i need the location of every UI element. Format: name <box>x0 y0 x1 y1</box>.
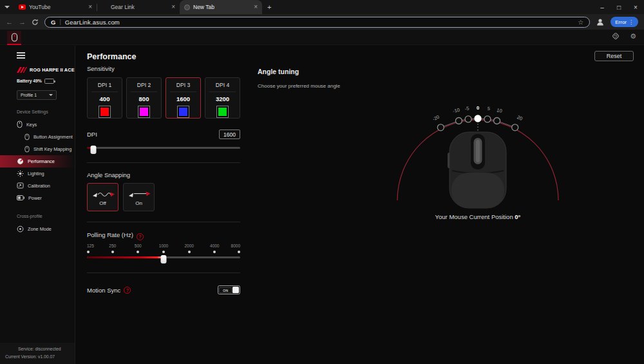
bookmark-star-icon[interactable]: ☆ <box>578 19 583 26</box>
tick-label: 250 <box>109 244 116 248</box>
dpi-color-swatch[interactable] <box>99 106 111 118</box>
tick-label: 2000 <box>185 244 194 248</box>
sidebar-item-calibration[interactable]: Calibration <box>0 180 75 192</box>
sidebar-item-keys[interactable]: Keys <box>0 119 75 131</box>
motion-sync-row: Motion Sync? ON <box>87 285 240 294</box>
sensitivity-label: Sensitivity <box>87 65 240 72</box>
chevron-down-icon <box>5 6 10 8</box>
profile-avatar-icon[interactable] <box>596 17 605 26</box>
option-label: On <box>135 200 142 206</box>
angle-node--10[interactable] <box>455 118 462 124</box>
angle-tuning-subtitle: Choose your preferred mouse angle <box>258 83 340 89</box>
toggle-knob <box>232 287 239 293</box>
angle-snapping-on[interactable]: On <box>123 183 155 211</box>
sidebar-item-button-assignment[interactable]: Button Assignment <box>0 131 75 143</box>
angle-node-0-selected[interactable] <box>475 115 481 122</box>
angle-node-20[interactable] <box>512 124 518 131</box>
reload-icon[interactable] <box>32 19 39 26</box>
slider-track[interactable] <box>87 147 240 149</box>
polling-slider-track-area[interactable] <box>87 254 240 265</box>
motion-sync-toggle[interactable]: ON <box>218 285 240 294</box>
polling-rate-slider[interactable]: 125 250 500 1000 2000 4000 8000 <box>87 244 240 265</box>
address-separator: | <box>59 19 61 25</box>
device-name: ROG HARPE II ACE <box>30 67 75 73</box>
angle-node--20[interactable] <box>437 124 444 131</box>
angle-node-5[interactable] <box>484 116 491 122</box>
browser-error-button[interactable]: Error ⋮ <box>611 17 638 27</box>
dpi-color-swatch[interactable] <box>216 106 229 118</box>
dpi-stage-label: DPI 3 <box>166 82 200 88</box>
tab-youtube[interactable]: YouTube × <box>14 0 97 14</box>
sidebar-item-performance[interactable]: Performance <box>0 155 75 168</box>
tab-new-tab[interactable]: New Tab × <box>180 0 262 14</box>
option-label: Off <box>99 200 106 206</box>
dpi-slider-thumb[interactable] <box>90 146 96 154</box>
tick-label: 20 <box>516 114 524 122</box>
angle-tuning-title: Angle tuning <box>258 68 340 75</box>
wavy-path-icon <box>91 189 115 198</box>
sidebar-item-lighting[interactable]: Lighting <box>0 168 75 180</box>
address-bar[interactable]: G | GearLink.asus.com ☆ <box>44 17 590 28</box>
tick-label: 5 <box>487 106 490 111</box>
polling-tick-dots <box>87 249 240 254</box>
help-icon[interactable]: ? <box>124 287 131 294</box>
dpi-stage-label: DPI 4 <box>205 82 240 88</box>
polling-slider-thumb[interactable] <box>161 255 167 263</box>
motion-sync-label: Motion Sync <box>87 287 120 294</box>
dpi-stage-2[interactable]: DPI 2 800 <box>126 77 162 119</box>
close-icon[interactable]: × <box>171 4 175 10</box>
dpi-stage-3[interactable]: DPI 3 1600 <box>166 77 201 119</box>
section-device-settings: Device Settings <box>17 110 75 114</box>
dpi-slider[interactable] <box>87 145 240 154</box>
dpi-stage-value: 800 <box>127 95 161 102</box>
close-icon[interactable]: × <box>88 4 92 10</box>
sidebar-item-label: Power <box>28 195 42 201</box>
tick-label: 1000 <box>159 244 168 248</box>
tick-label: -10 <box>452 107 460 114</box>
caption-text: Your Mouse Current Position <box>435 213 513 220</box>
profile-select[interactable]: Profile 1 <box>17 90 57 100</box>
dpi-value-box[interactable]: 1600 <box>219 129 240 139</box>
mouse-icon <box>24 133 30 140</box>
mouse-top-view <box>448 132 506 208</box>
tab-gear-link[interactable]: Gear Link × <box>97 0 180 14</box>
dpi-stage-1[interactable]: DPI 1 400 <box>87 77 122 119</box>
dpi-stage-cards: DPI 1 400 DPI 2 800 DPI 3 1600 <box>87 77 240 119</box>
dpi-stage-value: 1600 <box>166 95 200 102</box>
dpi-color-swatch[interactable] <box>138 106 150 118</box>
angle-gauge: -20 -10 -5 0 5 10 20 <box>355 97 600 220</box>
divider <box>87 222 240 222</box>
sidebar-item-shift-key-mapping[interactable]: Shift Key Mapping <box>0 143 75 155</box>
help-icon[interactable]: ? <box>137 233 144 240</box>
angle-snapping-label: Angle Snapping <box>87 171 240 178</box>
angle-node-10[interactable] <box>494 118 500 124</box>
back-icon[interactable]: ← <box>6 19 13 26</box>
sync-icon[interactable] <box>612 32 620 40</box>
tick-label: 8000 <box>231 244 240 248</box>
tab-search-button[interactable] <box>0 0 14 14</box>
reset-button[interactable]: Reset <box>594 51 634 61</box>
gearlink-header: ⚙ <box>0 30 644 45</box>
close-icon[interactable]: × <box>254 4 258 10</box>
dpi-stage-value: 3200 <box>205 95 240 102</box>
speedometer-icon <box>17 158 24 165</box>
maximize-button[interactable]: □ <box>611 1 627 14</box>
angle-snapping-options: Off On <box>87 183 240 211</box>
minimize-button[interactable]: – <box>594 1 611 14</box>
forward-icon[interactable]: → <box>19 19 26 26</box>
new-tab-button[interactable]: + <box>262 3 276 11</box>
device-tab-mouse[interactable] <box>7 31 21 45</box>
sidebar-item-zone-mode[interactable]: Zone Mode <box>0 223 75 235</box>
angle-snapping-off[interactable]: Off <box>87 183 118 211</box>
browser-tab-strip: YouTube × Gear Link × New Tab × + – □ × <box>0 0 644 14</box>
dpi-stage-label: DPI 2 <box>127 82 161 88</box>
sidebar-item-power[interactable]: Power <box>0 192 75 204</box>
divider <box>87 162 240 163</box>
angle-node--5[interactable] <box>465 116 471 122</box>
close-window-button[interactable]: × <box>627 1 644 14</box>
slider-fill <box>87 256 164 258</box>
dpi-color-swatch[interactable] <box>177 106 189 118</box>
hamburger-menu-icon[interactable] <box>17 52 25 59</box>
dpi-stage-4[interactable]: DPI 4 3200 <box>205 77 240 119</box>
settings-gear-icon[interactable]: ⚙ <box>630 32 636 41</box>
